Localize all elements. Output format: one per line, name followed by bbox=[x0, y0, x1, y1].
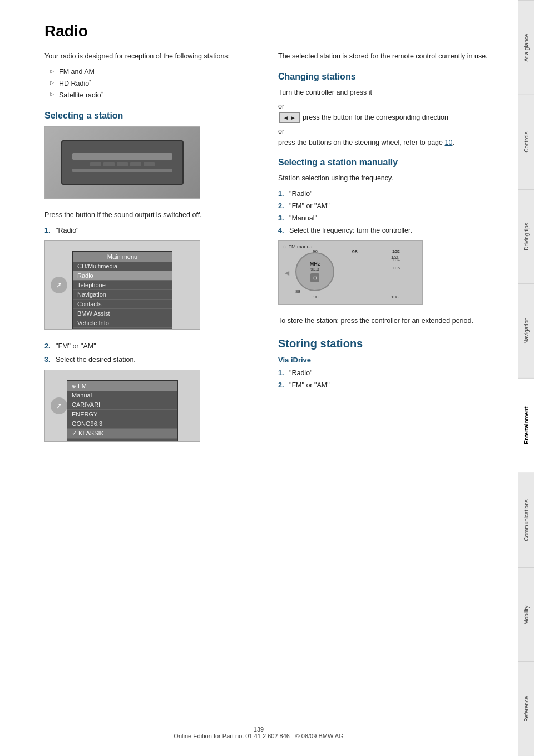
menu-image-container: ↗ Main menu CD/Multimedia Radio Telephon… bbox=[44, 240, 261, 336]
via-idrive-heading: Via iDrive bbox=[278, 356, 495, 364]
fm-station-mockup: ⊕ FM Manual CARIVARI ENERGY GONG96.3 ✓ K… bbox=[67, 380, 178, 442]
mhz-label: MHz bbox=[310, 261, 320, 267]
menu-item-cdmultimedia: CD/Multimedia bbox=[73, 262, 172, 271]
sidebar-tabs: At a glance Controls Driving tips Naviga… bbox=[518, 0, 534, 756]
stored-text: The selected station is stored for the r… bbox=[278, 51, 495, 62]
menu-item-radio: Radio bbox=[73, 271, 172, 281]
intro-text: Your radio is designed for reception of … bbox=[44, 51, 261, 62]
manual-steps: 1. "Radio" 2. "FM" or "AM" 3. "Manual" 4… bbox=[278, 188, 495, 236]
bullet-item-satellite: Satellite radio* bbox=[50, 89, 261, 101]
storing-steps: 1. "Radio" 2. "FM" or "AM" bbox=[278, 367, 495, 391]
fm-manual-container: ⊕ FM manual 9698100 94102 MHz 93.3 ⊟ bbox=[278, 240, 495, 311]
selecting-steps-2-3: 2. "FM" or "AM" 3. Select the desired st… bbox=[44, 341, 261, 365]
selecting-manually-desc: Station selection using the frequency. bbox=[278, 173, 495, 184]
footer-text: Online Edition for Part no. 01 41 2 602 … bbox=[174, 733, 343, 739]
fm-header: ⊕ FM bbox=[67, 381, 177, 391]
step-1-radio: 1. "Radio" bbox=[44, 225, 261, 236]
fm-manual-screenshot: ⊕ FM manual 9698100 94102 MHz 93.3 ⊟ bbox=[278, 240, 423, 305]
arrow-buttons[interactable]: ◄ ► bbox=[279, 112, 300, 123]
menu-screenshot: ↗ Main menu CD/Multimedia Radio Telephon… bbox=[44, 240, 200, 330]
or-1: or bbox=[278, 102, 495, 110]
selecting-caption: Press the button if the sound output is … bbox=[44, 210, 261, 220]
page-footer: 139 Online Edition for Part no. 01 41 2 … bbox=[0, 721, 517, 739]
two-column-layout: Your radio is designed for reception of … bbox=[44, 51, 495, 453]
sidebar-tab-mobility[interactable]: Mobility bbox=[518, 567, 534, 662]
or-2: or bbox=[278, 127, 495, 135]
manual-step-2: 2. "FM" or "AM" bbox=[278, 200, 495, 212]
fm-item-gong: GONG96.3 bbox=[67, 419, 177, 429]
fm-item-energy: ENERGY bbox=[67, 410, 177, 419]
step-3-select: 3. Select the desired station. bbox=[44, 354, 261, 365]
arrow-direction-text: press the button for the corresponding d… bbox=[303, 114, 448, 121]
selecting-steps: 1. "Radio" bbox=[44, 225, 261, 236]
fm-list-container: ↗ ⊕ FM Manual CARIVARI ENERGY GONG96.3 ✓… bbox=[44, 370, 261, 449]
manual-step-4: 4. Select the frequency: turn the contro… bbox=[278, 225, 495, 236]
sidebar-tab-navigation[interactable]: Navigation bbox=[518, 283, 534, 378]
menu-item-settings: Settings bbox=[73, 328, 172, 330]
left-column: Your radio is designed for reception of … bbox=[44, 51, 261, 453]
menu-item-telephone: Telephone bbox=[73, 281, 172, 290]
menu-item-vehicle-info: Vehicle Info bbox=[73, 318, 172, 328]
page-title: Radio bbox=[44, 22, 495, 40]
radio-image-container bbox=[44, 126, 261, 205]
bullet-item-fm: FM and AM bbox=[50, 66, 261, 77]
storing-step-1: 1. "Radio" bbox=[278, 367, 495, 379]
menu-item-contacts: Contacts bbox=[73, 300, 172, 309]
fm-item-carivari: CARIVARI bbox=[67, 400, 177, 410]
right-column: The selected station is stored for the r… bbox=[278, 51, 495, 453]
fm-item-manual: Manual bbox=[67, 391, 177, 400]
section-heading-selecting: Selecting a station bbox=[44, 111, 261, 121]
fm-item-100mhz: 100.0 MHz bbox=[67, 439, 177, 442]
menu-header: Main menu bbox=[73, 252, 172, 262]
store-caption: To store the station: press the controll… bbox=[278, 316, 495, 326]
steering-wheel-text: press the buttons on the steering wheel,… bbox=[278, 138, 495, 148]
step-2-fm-am: 2. "FM" or "AM" bbox=[44, 341, 261, 352]
manual-step-3: 3. "Manual" bbox=[278, 213, 495, 224]
page-ref-10[interactable]: 10 bbox=[445, 139, 453, 146]
sidebar-tab-reference[interactable]: Reference bbox=[518, 661, 534, 756]
changing-text1: Turn the controller and press it bbox=[278, 87, 495, 98]
main-content: Radio Your radio is designed for recepti… bbox=[0, 0, 517, 475]
sidebar-tab-driving-tips[interactable]: Driving tips bbox=[518, 189, 534, 284]
sidebar-tab-controls[interactable]: Controls bbox=[518, 95, 534, 189]
arrow-btn-text: ◄ ► press the button for the correspondi… bbox=[278, 112, 495, 123]
menu-item-bmw-assist: BMW Assist bbox=[73, 309, 172, 318]
manual-step-1: 1. "Radio" bbox=[278, 188, 495, 199]
freq-display: 93.3 bbox=[310, 267, 319, 272]
page-number: 139 bbox=[254, 726, 264, 733]
menu-item-navigation: Navigation bbox=[73, 290, 172, 300]
selecting-manually-heading: Selecting a station manually bbox=[278, 158, 495, 168]
fm-screenshot: ↗ ⊕ FM Manual CARIVARI ENERGY GONG96.3 ✓… bbox=[44, 370, 200, 442]
storing-step-2: 2. "FM" or "AM" bbox=[278, 380, 495, 391]
sidebar-tab-entertainment[interactable]: Entertainment bbox=[518, 378, 534, 473]
bullet-item-hd: HD Radio* bbox=[50, 77, 261, 89]
fm-item-klassik: ✓ KLASSIK bbox=[67, 429, 177, 439]
main-menu-mockup: Main menu CD/Multimedia Radio Telephone … bbox=[72, 251, 172, 330]
bullet-list: FM and AM HD Radio* Satellite radio* bbox=[50, 66, 261, 101]
radio-screenshot bbox=[44, 126, 200, 199]
changing-stations-heading: Changing stations bbox=[278, 72, 495, 82]
sidebar-tab-at-a-glance[interactable]: At a glance bbox=[518, 0, 534, 95]
storing-stations-heading: Storing stations bbox=[278, 337, 495, 350]
sidebar-tab-communications[interactable]: Communications bbox=[518, 473, 534, 567]
